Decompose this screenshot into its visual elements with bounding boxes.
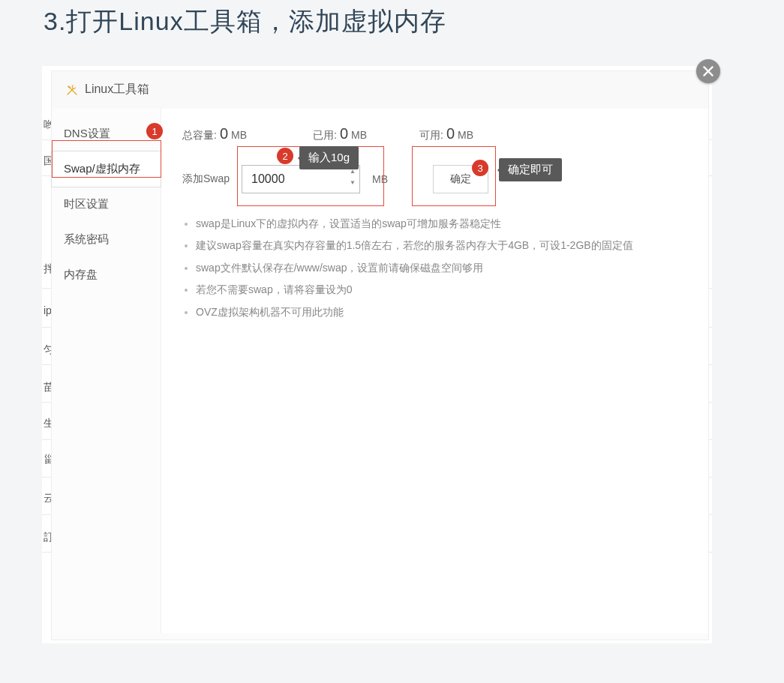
swap-input-wrap: ▲ ▼ bbox=[242, 165, 360, 193]
sidebar-item-dns[interactable]: DNS设置 bbox=[52, 116, 161, 151]
add-swap-row: 添加Swap ▲ ▼ MB 确定 bbox=[182, 165, 687, 193]
hint-item: OVZ虚拟架构机器不可用此功能 bbox=[196, 301, 687, 323]
main-panel: 总容量: 0 MB 已用: 0 MB 可用: 0 MB bbox=[161, 109, 708, 634]
hint-item: swap是Linux下的虚拟内存，设置适当的swap可增加服务器稳定性 bbox=[196, 213, 687, 235]
modal-title-text: Linux工具箱 bbox=[85, 82, 149, 97]
swap-size-input[interactable] bbox=[242, 166, 359, 193]
step-title: 3.打开Linux工具箱，添加虚拟内存 bbox=[44, 4, 740, 39]
add-swap-label: 添加Swap bbox=[182, 172, 230, 186]
stat-avail-value: 0 bbox=[446, 125, 455, 142]
sidebar: DNS设置 Swap/虚拟内存 时区设置 系统密码 内存盘 bbox=[52, 109, 161, 634]
stat-used: 已用: 0 MB bbox=[313, 125, 367, 142]
stat-used-value: 0 bbox=[340, 125, 348, 142]
spinner[interactable]: ▲ ▼ bbox=[347, 169, 358, 190]
confirm-button[interactable]: 确定 bbox=[433, 165, 488, 193]
close-button[interactable] bbox=[696, 59, 720, 83]
tools-icon bbox=[65, 83, 79, 97]
spinner-up-icon: ▲ bbox=[347, 169, 358, 178]
stat-avail-unit: MB bbox=[458, 129, 473, 141]
screenshot-frame: 哟 国 拌 ip 匀 苗 生 甾 云 訂 bbox=[42, 66, 712, 643]
hint-list: swap是Linux下的虚拟内存，设置适当的swap可增加服务器稳定性 建议sw… bbox=[182, 213, 687, 323]
hint-item: 建议swap容量在真实内存容量的1.5倍左右，若您的服务器内存大于4GB，可设1… bbox=[196, 235, 687, 256]
stat-used-unit: MB bbox=[351, 129, 367, 141]
sidebar-item-ramdisk[interactable]: 内存盘 bbox=[52, 257, 161, 292]
modal-title: Linux工具箱 bbox=[65, 82, 149, 97]
sidebar-item-timezone[interactable]: 时区设置 bbox=[52, 187, 161, 222]
spinner-down-icon: ▼ bbox=[347, 180, 358, 190]
stats-row: 总容量: 0 MB 已用: 0 MB 可用: 0 MB bbox=[182, 125, 687, 142]
hint-item: 若您不需要swap，请将容量设为0 bbox=[196, 279, 687, 301]
stat-total-unit: MB bbox=[231, 129, 247, 141]
sidebar-item-syspwd[interactable]: 系统密码 bbox=[52, 222, 161, 257]
hint-item: swap文件默认保存在/www/swap，设置前请确保磁盘空间够用 bbox=[196, 257, 687, 279]
stat-avail-label: 可用: bbox=[419, 129, 443, 142]
stat-used-label: 已用: bbox=[313, 129, 337, 142]
linux-toolbox-modal: Linux工具箱 DNS设置 Swap/虚拟内存 时区设置 系统密码 内存盘 总… bbox=[51, 70, 709, 640]
stat-avail: 可用: 0 MB bbox=[419, 125, 473, 142]
modal-header: Linux工具箱 bbox=[52, 71, 708, 109]
stat-total-value: 0 bbox=[220, 125, 228, 142]
stat-total: 总容量: 0 MB bbox=[182, 125, 247, 142]
stat-total-label: 总容量: bbox=[182, 129, 217, 142]
close-icon bbox=[703, 66, 713, 76]
sidebar-item-swap[interactable]: Swap/虚拟内存 bbox=[52, 151, 161, 187]
swap-unit-label: MB bbox=[372, 173, 388, 185]
